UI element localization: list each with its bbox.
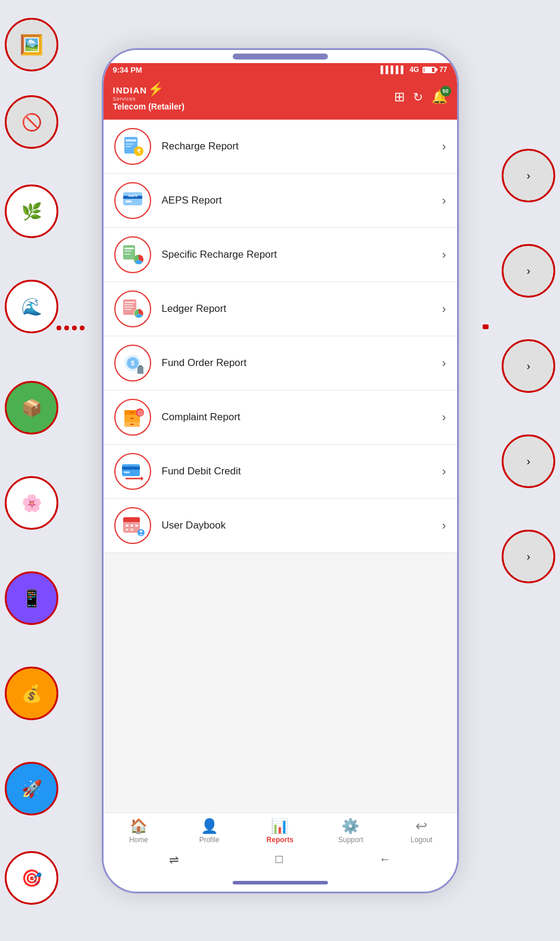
chevron-right-icon: › <box>442 518 446 532</box>
report-icon-fund-order: $ <box>114 345 151 382</box>
profile-nav-icon: 👤 <box>201 818 218 834</box>
report-label-complaint: Complaint Report <box>162 411 442 423</box>
chevron-right-icon: › <box>442 302 446 315</box>
nav-home-label: Home <box>129 836 148 844</box>
nav-reports[interactable]: 📊 Reports <box>262 818 298 844</box>
nav-support[interactable]: ⚙️ Support <box>333 818 368 844</box>
status-bar: 9:34 PM ▌▌▌▌▌ 4G 77 <box>104 63 457 77</box>
svg-rect-10 <box>123 245 135 260</box>
battery-level: 77 <box>439 65 447 74</box>
svg-text:$: $ <box>130 359 134 367</box>
nav-logout[interactable]: ↩ Logout <box>403 818 439 844</box>
svg-rect-1 <box>126 139 136 142</box>
svg-rect-43 <box>126 524 129 527</box>
report-icon-fund-debit <box>114 453 151 490</box>
status-time: 9:34 PM <box>113 65 142 74</box>
svg-rect-37 <box>124 471 130 473</box>
report-label-specific: Specific Recharge Report <box>162 249 442 261</box>
header-icons: ⊞ ↻ 🔔 50 <box>394 89 448 105</box>
list-item[interactable]: ₹ Recharge Report › <box>104 120 457 174</box>
svg-rect-17 <box>124 304 133 305</box>
svg-rect-35 <box>122 464 140 476</box>
app-logo: INDIAN ⚡ Services Telecom (Retailer) <box>113 83 184 111</box>
nav-profile-label: Profile <box>199 836 220 844</box>
system-navigation-bar: ⇌ □ ← <box>104 848 457 874</box>
home-nav-icon: 🏠 <box>130 818 148 834</box>
svg-rect-8 <box>126 201 132 202</box>
power-button <box>457 229 459 264</box>
svg-rect-11 <box>124 248 134 249</box>
qr-icon[interactable]: ⊞ <box>394 89 405 105</box>
logo-line1: INDIAN ⚡ <box>113 83 184 96</box>
svg-text:☹: ☹ <box>137 410 142 416</box>
report-label-fund-order: Fund Order Report <box>162 357 442 369</box>
home-system-button[interactable]: □ <box>276 852 283 866</box>
mute-button <box>102 288 104 336</box>
chevron-right-icon: › <box>442 464 446 478</box>
svg-rect-19 <box>124 309 132 310</box>
report-icon-recharge: ₹ <box>114 128 151 165</box>
list-item[interactable]: AePS AEPS Report › <box>104 174 457 228</box>
phone-notch-bar <box>104 50 457 63</box>
bottom-navigation: 🏠 Home 👤 Profile 📊 Reports ⚙️ Support ↩ … <box>104 812 457 848</box>
report-label-daybook: User Daybook <box>162 520 442 532</box>
report-label-fund-debit: Fund Debit Credit <box>162 465 442 477</box>
list-item[interactable]: $ Fund Order Report › <box>104 336 457 390</box>
reports-nav-icon: 📊 <box>271 818 289 834</box>
svg-rect-25 <box>139 365 142 367</box>
report-icon-daybook <box>114 507 151 544</box>
report-label-ledger: Ledger Report <box>162 303 442 315</box>
nav-reports-label: Reports <box>267 836 293 844</box>
report-icon-ledger <box>114 290 151 327</box>
list-item[interactable]: Fund Debit Credit › <box>104 445 457 499</box>
refresh-icon[interactable]: ↻ <box>413 90 423 104</box>
nav-logout-label: Logout <box>411 836 433 844</box>
chevron-right-icon: › <box>442 410 446 424</box>
svg-rect-42 <box>123 520 140 522</box>
report-icon-specific <box>114 236 151 273</box>
status-icons: ▌▌▌▌▌ 4G 77 <box>381 65 448 74</box>
content-area: ₹ Recharge Report › AePS AEPS Report › <box>104 120 457 812</box>
svg-rect-3 <box>126 146 132 147</box>
list-item[interactable]: User Daybook › <box>104 499 457 553</box>
chevron-right-icon: › <box>442 356 446 370</box>
svg-rect-46 <box>126 529 129 531</box>
svg-rect-18 <box>124 307 134 308</box>
list-item[interactable]: Ledger Report › <box>104 282 457 336</box>
app-header: INDIAN ⚡ Services Telecom (Retailer) ⊞ ↻… <box>104 77 457 120</box>
report-icon-complaint: ☹ <box>114 399 151 436</box>
back-button[interactable]: ← <box>379 852 391 866</box>
svg-rect-30 <box>130 412 134 413</box>
chevron-right-icon: › <box>442 193 446 207</box>
battery-icon <box>423 67 436 73</box>
list-item[interactable]: ☹ Complaint Report › <box>104 390 457 445</box>
logout-nav-icon: ↩ <box>415 818 427 834</box>
chevron-right-icon: › <box>442 248 446 261</box>
volume-up-button <box>102 181 104 211</box>
list-item[interactable]: Specific Recharge Report › <box>104 228 457 282</box>
svg-marker-39 <box>141 476 143 481</box>
svg-rect-2 <box>126 143 134 145</box>
svg-rect-44 <box>130 524 133 527</box>
nav-support-label: Support <box>338 836 363 844</box>
nav-home[interactable]: 🏠 Home <box>121 818 157 844</box>
notification-badge: 50 <box>440 86 451 96</box>
network-type: 4G <box>409 65 419 74</box>
svg-rect-36 <box>122 467 140 470</box>
svg-rect-13 <box>124 254 130 255</box>
svg-rect-32 <box>130 424 134 425</box>
bell-container: 🔔 50 <box>431 89 448 105</box>
nav-profile[interactable]: 👤 Profile <box>192 818 227 844</box>
signal-icon: ▌▌▌▌▌ <box>381 65 406 74</box>
svg-rect-45 <box>135 524 138 527</box>
phone-notch <box>233 54 328 60</box>
svg-rect-47 <box>130 529 133 531</box>
report-label-recharge: Recharge Report <box>162 140 442 152</box>
svg-rect-16 <box>124 302 135 303</box>
phone-frame: 9:34 PM ▌▌▌▌▌ 4G 77 INDIAN ⚡ Services Te… <box>102 48 459 893</box>
report-label-aeps: AEPS Report <box>162 195 442 207</box>
recent-apps-button[interactable]: ⇌ <box>169 852 179 867</box>
svg-rect-24 <box>137 367 143 374</box>
volume-down-button <box>102 229 104 276</box>
chevron-right-icon: › <box>442 139 446 153</box>
